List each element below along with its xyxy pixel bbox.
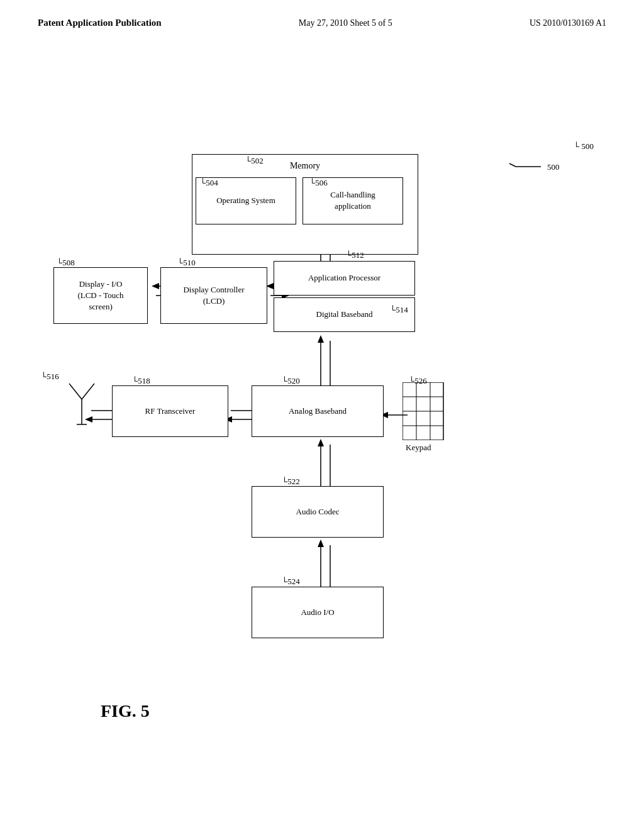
header-center: May 27, 2010 Sheet 5 of 5 <box>299 18 392 28</box>
audio-io-label: Audio I/O <box>301 607 334 618</box>
os-label: Operating System <box>216 195 275 206</box>
svg-marker-23 <box>85 416 92 423</box>
header-right: US 2010/0130169 A1 <box>530 18 606 28</box>
header-left: Patent Application Publication <box>38 18 162 28</box>
memory-box: Memory Operating System Call-handling ap… <box>192 154 418 255</box>
ref-524: └524 <box>282 577 300 587</box>
ref-518: └518 <box>132 376 150 386</box>
digital-baseband-label: Digital Baseband <box>316 309 373 320</box>
display-io-label: Display - I/O (LCD - Touch screen) <box>77 279 123 313</box>
ref-510: └510 <box>177 258 196 268</box>
app-processor-box: Application Processor <box>274 261 415 296</box>
svg-marker-29 <box>318 335 324 343</box>
ref-500: └ 500 <box>574 141 594 152</box>
fig-label: FIG. 5 <box>101 701 150 721</box>
analog-baseband-label: Analog Baseband <box>289 406 347 417</box>
display-controller-label: Display Controller (LCD) <box>183 284 244 307</box>
ref-520: └520 <box>282 376 300 386</box>
ref-508: └508 <box>57 258 75 268</box>
audio-codec-box: Audio Codec <box>252 486 384 538</box>
rf-transceiver-box: RF Transceiver <box>112 385 228 437</box>
ref-504: └504 <box>200 178 218 188</box>
svg-text:└516: └516 <box>41 372 59 381</box>
diagram-area: 500 └516 <box>0 35 644 789</box>
svg-line-17 <box>82 384 94 399</box>
ref-512: └512 <box>346 250 364 260</box>
svg-marker-33 <box>318 439 324 446</box>
audio-codec-label: Audio Codec <box>296 506 340 517</box>
keypad-svg <box>402 382 459 440</box>
svg-line-16 <box>69 384 82 399</box>
svg-line-2 <box>509 163 516 167</box>
keypad-container: Keypad <box>402 382 459 440</box>
svg-marker-37 <box>318 540 324 547</box>
svg-marker-12 <box>152 283 159 289</box>
display-io-box: Display - I/O (LCD - Touch screen) <box>53 267 148 324</box>
ref-522: └522 <box>282 477 300 487</box>
audio-io-box: Audio I/O <box>252 587 384 638</box>
memory-label: Memory <box>290 160 320 172</box>
svg-text:500: 500 <box>547 162 560 172</box>
app-processor-label: Application Processor <box>308 272 380 284</box>
rf-transceiver-label: RF Transceiver <box>145 406 196 417</box>
ref-526: └526 <box>409 376 427 386</box>
ref-502: └502 <box>245 156 264 166</box>
display-controller-box: Display Controller (LCD) <box>160 267 267 324</box>
page-header: Patent Application Publication May 27, 2… <box>0 0 644 28</box>
analog-baseband-box: Analog Baseband <box>252 385 384 437</box>
call-handling-label: Call-handling application <box>330 189 375 212</box>
keypad-label: Keypad <box>406 443 431 453</box>
ref-514: └514 <box>390 305 408 315</box>
ref-506: └506 <box>309 178 328 188</box>
